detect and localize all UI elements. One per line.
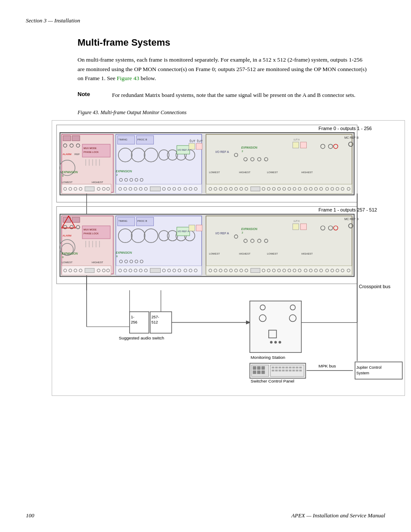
svg-text:EXPANSION: EXPANSION [241,227,258,230]
svg-rect-260 [250,301,302,353]
note-label: Note [78,91,112,100]
svg-rect-277 [262,370,265,374]
svg-point-266 [270,341,273,344]
svg-text:ALARM: ALARM [62,234,72,237]
figure-caption: Figure 43. Multi-frame Output Monitor Co… [78,109,385,116]
svg-text:HIGHEST: HIGHEST [301,171,313,174]
svg-rect-106 [251,187,260,191]
svg-rect-284 [289,367,292,368]
svg-text:Suggested audio switch: Suggested audio switch [119,336,164,341]
svg-rect-289 [275,370,278,371]
svg-text:HIGHEST: HIGHEST [301,252,313,255]
svg-rect-227 [251,268,260,273]
svg-rect-273 [257,366,261,370]
svg-text:LOWEST: LOWEST [209,252,220,255]
svg-text:EXPANSION: EXPANSION [241,146,258,149]
svg-text:256: 256 [131,320,137,324]
svg-rect-287 [299,367,302,368]
svg-rect-282 [282,367,285,368]
svg-text:MC REF B: MC REF B [344,218,359,221]
svg-text:PHASE LOCK: PHASE LOCK [84,151,99,153]
svg-text:LOWEST: LOWEST [62,181,73,184]
svg-text:MC REF B: MC REF B [344,136,359,139]
page-title: Multi-frame Systems [78,37,385,48]
svg-text:LOWEST: LOWEST [62,261,73,264]
svg-rect-68 [150,187,161,191]
body-paragraph: On multi-frame systems, each frame is mo… [78,55,368,83]
svg-rect-3 [62,134,113,193]
svg-text:PROC B: PROC B [137,220,147,223]
svg-text:LUT A: LUT A [294,138,300,141]
svg-rect-4 [63,136,71,141]
svg-rect-206 [293,224,299,230]
svg-rect-174 [196,225,202,231]
svg-text:TIMING: TIMING [118,138,128,141]
manual-title: APEX — Installation and Service Manual [291,512,385,519]
svg-text:1-: 1- [131,315,134,319]
svg-text:ALARM: ALARM [62,153,72,156]
svg-rect-30 [85,187,94,191]
svg-rect-155 [85,268,94,273]
svg-text:MUX MODE: MUX MODE [84,228,97,231]
svg-rect-291 [282,370,285,371]
note-block: Note For redundant Matrix board systems,… [78,91,368,100]
svg-rect-292 [286,370,288,371]
svg-rect-50 [189,143,195,149]
svg-text:HIGHEST: HIGHEST [92,181,103,184]
svg-text:I/O REF A: I/O REF A [215,232,229,235]
svg-text:Crosspoint bus: Crosspoint bus [359,284,391,289]
diagram-container: Frame 0 - outputs 1 - 256 ALARM REF SYS … [52,120,377,398]
svg-text:I/O REF A: I/O REF A [215,150,229,153]
section-label: Section 3 — Installation [26,17,385,24]
svg-text:257-: 257- [152,315,159,319]
page-number: 100 [26,512,34,519]
svg-rect-276 [257,370,261,374]
svg-rect-285 [293,367,295,368]
svg-rect-85 [293,142,299,148]
svg-text:Frame 1 - outputs 257 - 512: Frame 1 - outputs 257 - 512 [318,208,377,213]
figure-link[interactable]: Figure 43 [117,75,139,81]
svg-rect-207 [300,224,306,230]
svg-rect-281 [279,367,281,368]
svg-text:LOWEST: LOWEST [267,252,278,255]
svg-text:PHASE LOCK: PHASE LOCK [84,232,99,235]
svg-text:LOWEST: LOWEST [209,171,220,174]
svg-text:HIGHEST: HIGHEST [92,261,103,264]
svg-rect-280 [275,367,278,368]
svg-text:EXPANSION: EXPANSION [62,252,78,255]
svg-rect-274 [262,366,265,370]
svg-rect-272 [253,366,256,370]
svg-text:System: System [356,371,369,375]
svg-rect-286 [296,367,299,368]
svg-rect-218 [206,266,352,275]
svg-rect-86 [300,142,306,148]
svg-text:PROC B: PROC B [137,138,147,141]
svg-text:LOWEST: LOWEST [267,171,278,174]
svg-text:Switcher Control Panel: Switcher Control Panel [251,379,294,383]
svg-rect-295 [296,370,299,371]
svg-rect-5 [72,136,80,141]
svg-text:EXPANSION: EXPANSION [116,170,132,173]
svg-text:Frame 0 - outputs 1 - 256: Frame 0 - outputs 1 - 256 [318,126,372,131]
svg-text:HIGHEST: HIGHEST [239,252,251,255]
svg-point-267 [274,341,277,344]
svg-text:I/O REF A: I/O REF A [177,230,189,233]
svg-rect-128 [62,216,113,274]
svg-rect-294 [293,370,295,371]
svg-rect-293 [289,370,292,371]
svg-rect-296 [299,370,302,371]
svg-text:REF: REF [75,153,80,156]
note-text: For redundant Matrix board systems, note… [112,91,355,100]
svg-point-268 [279,341,281,344]
page-footer: 100 APEX — Installation and Service Manu… [26,512,385,519]
svg-text:TIMING: TIMING [118,220,128,223]
svg-rect-173 [189,225,195,231]
svg-text:Monitoring Station: Monitoring Station [251,355,285,360]
svg-rect-130 [72,218,80,223]
svg-text:LUT A: LUT A [294,220,300,223]
svg-text:HIGHEST: HIGHEST [239,171,251,174]
svg-rect-97 [206,184,352,194]
svg-text:I/O REF A: I/O REF A [177,149,189,151]
svg-text:MUX MODE: MUX MODE [84,147,97,149]
svg-rect-288 [272,370,274,371]
